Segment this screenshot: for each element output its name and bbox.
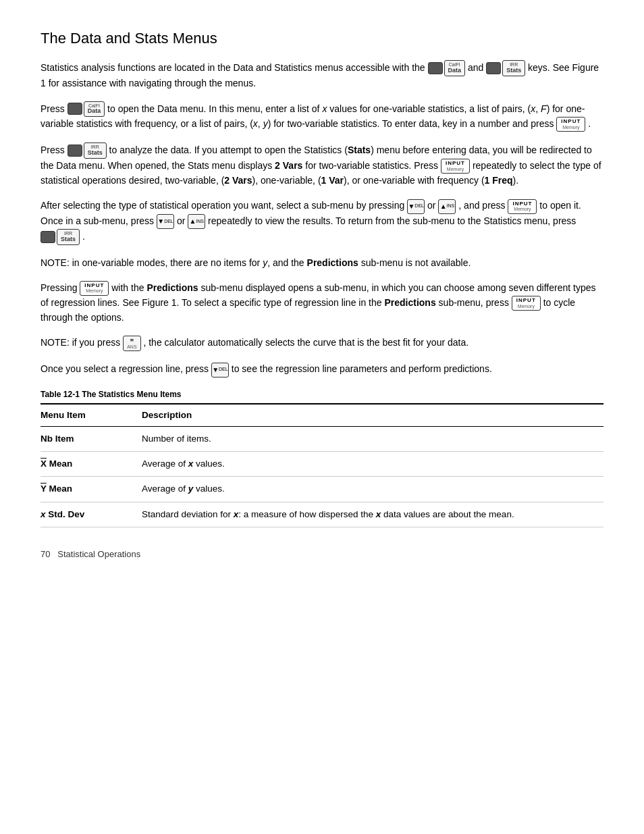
input-key-p3: INPUT Memory	[441, 159, 470, 174]
row-desc-xstd: Standard deviation for x: a measure of h…	[142, 502, 603, 527]
shift-key-p3	[68, 145, 82, 157]
stats-key-p3: IRR Stats	[84, 142, 107, 159]
p4-text6: repeatedly to view the results. To retur…	[208, 215, 576, 226]
shift-key-p4	[41, 231, 55, 243]
p4-text3: , and press	[458, 200, 508, 211]
arrow-down-key-p4b: ▼DEL	[157, 214, 174, 229]
page-number: 70	[41, 549, 50, 559]
p1-and: and	[468, 62, 486, 73]
page-title: The Data and Stats Menus	[41, 27, 603, 49]
row-item-ymean: Y Mean	[41, 477, 142, 502]
p8-text1: Once you select a regression line, press	[41, 363, 211, 374]
p6-text1: Pressing	[41, 282, 80, 293]
input-key-p2: INPUT Memory	[556, 117, 585, 132]
p1-text1: Statistics analysis functions are locate…	[41, 62, 428, 73]
shift-key-dark	[428, 62, 443, 74]
key-shift-data-group: CaIFI Data	[428, 60, 466, 76]
col-header-description: Description	[142, 404, 603, 427]
p2-text3: .	[588, 118, 591, 129]
paragraph-6: Pressing INPUT Memory with the Predictio…	[41, 281, 603, 325]
paragraph-5: NOTE: in one-variable modes, there are n…	[41, 256, 603, 270]
paragraph-1: Statistics analysis functions are locate…	[41, 60, 603, 90]
key-shift-stats-group: IRR Stats	[486, 60, 525, 76]
input-key-p6b: INPUT Memory	[512, 296, 541, 311]
eq-key-p7: = ANS	[123, 336, 140, 351]
stats-key: IRR Stats	[502, 60, 525, 76]
p8-text2: to see the regression line parameters an…	[232, 363, 492, 374]
row-item-nb: Nb Item	[41, 426, 142, 451]
paragraph-4: After selecting the type of statistical …	[41, 199, 603, 244]
input-key-p4: INPUT Memory	[508, 199, 537, 214]
shift-key-dark-2	[486, 62, 501, 74]
p4-text2: or	[427, 200, 438, 211]
row-item-xstd: x Std. Dev	[41, 502, 142, 527]
p7-text1: NOTE: if you press	[41, 337, 123, 348]
row-desc-ymean: Average of y values.	[142, 477, 603, 502]
p4-text7: .	[82, 230, 85, 241]
col-header-menu-item: Menu Item	[41, 404, 142, 427]
table-caption: Table 12-1 The Statistics Menu Items	[41, 388, 603, 400]
stats-menu-table: Menu Item Description Nb Item Number of …	[41, 403, 603, 527]
table-row: Nb Item Number of items.	[41, 426, 603, 451]
shift-key-p2	[68, 103, 82, 115]
key-shift-data-p2: CaIFI Data	[68, 101, 105, 118]
p7-text2: , the calculator automatically selects t…	[143, 337, 468, 348]
input-key-p6a: INPUT Memory	[80, 281, 109, 296]
row-item-xmean: X Mean	[41, 452, 142, 477]
footer: 70 Statistical Operations	[41, 548, 603, 561]
paragraph-2: Press CaIFI Data to open the Data menu. …	[41, 101, 603, 132]
p2-text2: to open the Data menu. In this menu, ent…	[41, 103, 585, 129]
data-key-p2: CaIFI Data	[84, 101, 105, 118]
row-desc-nb: Number of items.	[142, 426, 603, 451]
p4-text5: or	[177, 215, 188, 226]
paragraph-7: NOTE: if you press = ANS , the calculato…	[41, 336, 603, 351]
p2-text1: Press	[41, 103, 68, 113]
arrow-up-key-p4a: ▲INS	[438, 199, 456, 214]
arrow-down-key-p4a: ▼DEL	[407, 199, 425, 214]
arrow-up-key-p4b: ▲INS	[188, 214, 205, 229]
paragraph-3: Press IRR Stats to analyze the data. If …	[41, 142, 603, 188]
table-row: X Mean Average of x values.	[41, 452, 603, 477]
row-desc-xmean: Average of x values.	[142, 452, 603, 477]
arrow-down-key-p8: ▼DEL	[211, 363, 229, 377]
data-key: CaIFI Data	[444, 60, 466, 76]
key-shift-stats-p3: IRR Stats	[68, 142, 107, 159]
p4-text1: After selecting the type of statistical …	[41, 200, 407, 211]
p5-text: NOTE: in one-variable modes, there are n…	[41, 257, 471, 268]
table-row: Y Mean Average of y values.	[41, 477, 603, 502]
key-shift-stats-p4: IRR Stats	[41, 229, 80, 245]
stats-key-p4: IRR Stats	[57, 229, 80, 245]
p3-text1: Press	[41, 145, 68, 155]
paragraph-8: Once you select a regression line, press…	[41, 362, 603, 377]
section-title: Statistical Operations	[57, 549, 140, 559]
table-row: x Std. Dev Standard deviation for x: a m…	[41, 502, 603, 527]
